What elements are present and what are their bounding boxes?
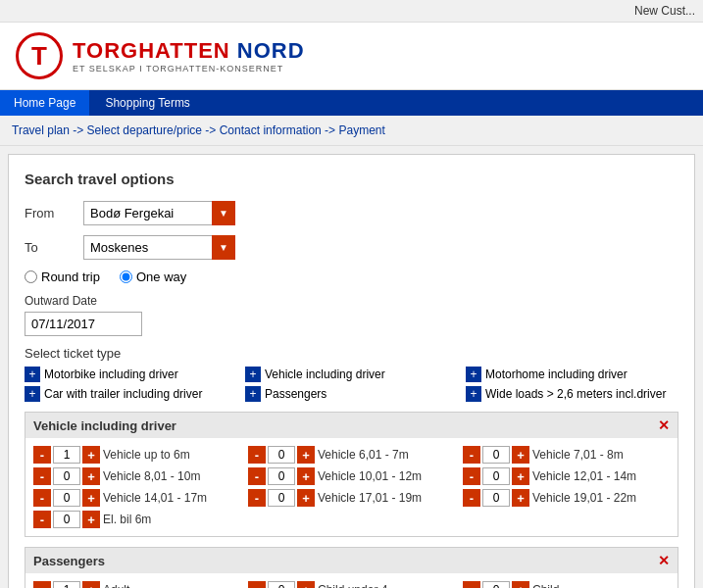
breadcrumb-payment[interactable]: Payment <box>338 123 384 137</box>
vehicle-section: Vehicle including driver ✕ - 1 + Vehicle… <box>25 412 678 537</box>
car-trailer-label: Car with trailer including driver <box>44 387 202 401</box>
section-title: Search travel options <box>25 171 678 187</box>
vehicle-8-10m-stepper: - 0 + <box>33 467 100 485</box>
vehicle-12-14m-minus[interactable]: - <box>463 467 480 485</box>
from-select[interactable]: Bodø Fergekai <box>83 201 235 225</box>
vehicle-6-7m-plus[interactable]: + <box>297 446 315 464</box>
add-car-trailer-btn[interactable]: + <box>25 386 40 402</box>
breadcrumb-select[interactable]: Select departure/price <box>87 123 202 137</box>
child-minus[interactable]: - <box>463 581 480 588</box>
vehicle-19-22m-minus[interactable]: - <box>463 489 480 507</box>
child-under-4-plus[interactable]: + <box>297 581 315 588</box>
vehicle-7-8m: - 0 + Vehicle 7,01 - 8m <box>463 446 670 464</box>
nav-item-home[interactable]: Home Page <box>0 90 89 116</box>
breadcrumb-arrow3: -> <box>325 123 338 137</box>
vehicle-14-17m-plus[interactable]: + <box>82 489 100 507</box>
vehicle-up-to-6m-plus[interactable]: + <box>82 446 100 464</box>
child-under-4-label: Child under 4 <box>318 583 387 588</box>
vehicle-17-19m-minus[interactable]: - <box>248 489 266 507</box>
breadcrumb-arrow1: -> <box>73 123 86 137</box>
breadcrumb-contact[interactable]: Contact information <box>220 123 322 137</box>
one-way-label[interactable]: One way <box>120 270 186 284</box>
vehicle-section-title: Vehicle including driver <box>33 418 176 433</box>
vehicle-el-bil-val: 0 <box>53 511 80 528</box>
vehicle-el-bil-minus[interactable]: - <box>33 511 51 528</box>
add-vehicle-btn[interactable]: + <box>245 367 261 382</box>
child-under-4-minus[interactable]: - <box>248 581 266 588</box>
adult-minus[interactable]: - <box>33 581 51 588</box>
main-content: Search travel options From Bodø Fergekai… <box>8 154 695 588</box>
adult-val: 1 <box>53 581 80 588</box>
breadcrumb-travel-plan[interactable]: Travel plan <box>12 123 70 137</box>
adult-plus[interactable]: + <box>82 581 100 588</box>
vehicle-17-19m-plus[interactable]: + <box>297 489 315 507</box>
ticket-motorbike: + Motorbike including driver <box>25 367 237 382</box>
add-wide-loads-btn[interactable]: + <box>466 386 481 402</box>
to-select[interactable]: Moskenes <box>83 235 235 260</box>
vehicle-7-8m-plus[interactable]: + <box>512 446 529 464</box>
adult-stepper: - 1 + <box>33 581 100 588</box>
vehicle-19-22m: - 0 + Vehicle 19,01 - 22m <box>463 489 670 507</box>
vehicle-7-8m-minus[interactable]: - <box>463 446 480 464</box>
vehicle-10-12m-plus[interactable]: + <box>297 467 315 485</box>
vehicle-14-17m-stepper: - 0 + <box>33 489 100 507</box>
top-bar: New Cust... <box>0 0 703 23</box>
vehicle-section-content: - 1 + Vehicle up to 6m - 0 + Vehicle 6,0… <box>25 438 678 536</box>
vehicle-el-bil-plus[interactable]: + <box>82 511 100 528</box>
motorhome-label: Motorhome including driver <box>485 368 628 381</box>
logo-name: TORGHATTEN NORD <box>73 38 305 64</box>
vehicle-14-17m: - 0 + Vehicle 14,01 - 17m <box>33 489 240 507</box>
vehicle-8-10m-plus[interactable]: + <box>82 467 100 485</box>
vehicle-8-10m-minus[interactable]: - <box>33 467 51 485</box>
round-trip-radio[interactable] <box>25 270 37 283</box>
vehicle-8-10m-val: 0 <box>53 467 80 485</box>
vehicle-row-3: - 0 + Vehicle 14,01 - 17m - 0 + Vehicle … <box>33 489 670 507</box>
passengers-row-1: - 1 + Adult - 0 + Child under 4 <box>33 581 670 588</box>
round-trip-label[interactable]: Round trip <box>25 270 100 284</box>
passengers-section-content: - 1 + Adult - 0 + Child under 4 <box>25 573 678 588</box>
vehicle-up-to-6m-minus[interactable]: - <box>33 446 51 464</box>
vehicle-10-12m-stepper: - 0 + <box>248 467 315 485</box>
vehicle-8-10m: - 0 + Vehicle 8,01 - 10m <box>33 467 240 485</box>
vehicle-14-17m-label: Vehicle 14,01 - 17m <box>103 491 207 505</box>
ticket-car-trailer: + Car with trailer including driver <box>25 386 237 402</box>
trip-type-row: Round trip One way <box>25 270 678 284</box>
vehicle-10-12m-minus[interactable]: - <box>248 467 266 485</box>
breadcrumb-arrow2: -> <box>205 123 219 137</box>
outward-date-input[interactable] <box>25 312 142 336</box>
child-plus[interactable]: + <box>512 581 529 588</box>
passengers-label: Passengers <box>265 387 326 401</box>
vehicle-17-19m: - 0 + Vehicle 17,01 - 19m <box>248 489 455 507</box>
add-motorbike-btn[interactable]: + <box>25 367 40 382</box>
passengers-section-close[interactable]: ✕ <box>658 553 670 568</box>
vehicle-17-19m-label: Vehicle 17,01 - 19m <box>318 491 422 505</box>
topbar-text: New Cust... <box>634 4 695 18</box>
vehicle-12-14m-label: Vehicle 12,01 - 14m <box>532 469 636 483</box>
vehicle-6-7m: - 0 + Vehicle 6,01 - 7m <box>248 446 455 464</box>
vehicle-6-7m-minus[interactable]: - <box>248 446 266 464</box>
vehicle-10-12m-val: 0 <box>268 467 295 485</box>
one-way-radio[interactable] <box>120 270 132 283</box>
vehicle-up-to-6m-label: Vehicle up to 6m <box>103 448 190 462</box>
vehicle-19-22m-plus[interactable]: + <box>512 489 529 507</box>
vehicle-17-19m-val: 0 <box>268 489 295 507</box>
outward-date-label: Outward Date <box>25 294 678 308</box>
add-passengers-btn[interactable]: + <box>245 386 261 402</box>
to-row: To Moskenes ▼ <box>25 235 678 260</box>
vehicle-19-22m-val: 0 <box>482 489 510 507</box>
add-motorhome-btn[interactable]: + <box>466 367 481 382</box>
vehicle-12-14m-plus[interactable]: + <box>512 467 529 485</box>
vehicle-14-17m-val: 0 <box>53 489 80 507</box>
vehicle-19-22m-stepper: - 0 + <box>463 489 529 507</box>
child-under-4-val: 0 <box>268 581 295 588</box>
child-stepper: - 0 + <box>463 581 529 588</box>
vehicle-14-17m-minus[interactable]: - <box>33 489 51 507</box>
vehicle-6-7m-val: 0 <box>268 446 295 464</box>
nav-item-shopping[interactable]: Shopping Terms <box>91 90 204 116</box>
passenger-child: - 0 + Child <box>463 581 670 588</box>
vehicle-10-12m: - 0 + Vehicle 10,01 - 12m <box>248 467 455 485</box>
logo-t-icon: T <box>31 41 47 72</box>
vehicle-up-to-6m: - 1 + Vehicle up to 6m <box>33 446 240 464</box>
vehicle-12-14m: - 0 + Vehicle 12,01 - 14m <box>463 467 670 485</box>
vehicle-section-close[interactable]: ✕ <box>658 417 670 433</box>
